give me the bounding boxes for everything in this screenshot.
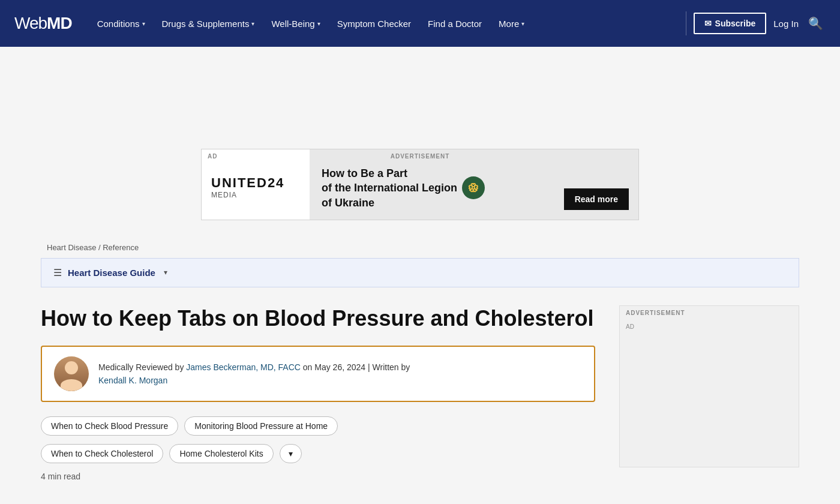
nav-more[interactable]: More ▾	[490, 0, 533, 47]
nav-find-doctor-label: Find a Doctor	[428, 19, 482, 29]
logo-md: MD	[47, 14, 72, 32]
ad-body-text: How to Be a Partof the International Leg…	[310, 149, 554, 220]
read-time: 4 min read	[41, 472, 595, 481]
nav-drugs[interactable]: Drugs & Supplements ▾	[154, 0, 263, 47]
nav-conditions[interactable]: Conditions ▾	[89, 0, 154, 47]
advertisement-label: ADVERTISEMENT	[391, 153, 450, 160]
content-area: AD ADVERTISEMENT UNITED24 MEDIA How to B…	[0, 47, 840, 481]
tag-home-kits[interactable]: Home Cholesterol Kits	[169, 444, 273, 463]
nav-symptom-checker-label: Symptom Checker	[337, 19, 411, 29]
tags-row-1: When to Check Blood Pressure Monitoring …	[41, 416, 595, 436]
ad-logo-line1: UNITED24	[211, 176, 284, 190]
guide-bar-icon: ☰	[53, 267, 62, 278]
ad-body-content: How to Be a Partof the International Leg…	[322, 166, 457, 210]
nav-divider	[686, 11, 686, 35]
ad-label: AD	[208, 153, 217, 160]
search-button[interactable]: 🔍	[806, 14, 826, 33]
article-column: How to Keep Tabs on Blood Pressure and C…	[41, 305, 595, 481]
breadcrumb-separator: /	[96, 243, 103, 252]
breadcrumb: Heart Disease / Reference	[0, 232, 840, 258]
breadcrumb-heart-disease[interactable]: Heart Disease	[47, 243, 96, 252]
subscribe-label: Subscribe	[715, 19, 756, 28]
ad-banner-wrap: AD ADVERTISEMENT UNITED24 MEDIA How to B…	[0, 143, 840, 232]
nav-more-label: More	[499, 19, 519, 29]
author-link[interactable]: Kendall K. Morgan	[98, 376, 167, 385]
nav-wellbeing-label: Well-Being	[271, 19, 314, 29]
avatar-image	[54, 356, 89, 391]
nav-symptom-checker[interactable]: Symptom Checker	[329, 0, 419, 47]
logo-web: Web	[14, 14, 47, 32]
sidebar-ad: ADVERTISEMENT AD	[619, 305, 799, 467]
ad-cta-area: Read more	[554, 149, 638, 220]
tag-monitoring[interactable]: Monitoring Blood Pressure at Home	[184, 416, 338, 436]
medical-review-prefix: Medically Reviewed by	[98, 362, 186, 372]
tags-row-2: When to Check Cholesterol Home Cholester…	[41, 444, 595, 463]
guide-bar-label: Heart Disease Guide	[68, 268, 155, 278]
sidebar-column: ADVERTISEMENT AD	[619, 305, 799, 481]
drugs-chevron-icon: ▾	[251, 20, 254, 27]
nav-items: Conditions ▾ Drugs & Supplements ▾ Well-…	[89, 0, 679, 47]
nav-wellbeing[interactable]: Well-Being ▾	[263, 0, 328, 47]
ad-icon: 🏵	[462, 176, 485, 199]
subscribe-button[interactable]: ✉ Subscribe	[694, 13, 767, 34]
tag-blood-pressure[interactable]: When to Check Blood Pressure	[41, 416, 178, 436]
guide-bar[interactable]: ☰ Heart Disease Guide ▾	[41, 258, 799, 287]
conditions-chevron-icon: ▾	[142, 20, 145, 27]
review-date: on May 26, 2024	[301, 362, 365, 372]
article-title: How to Keep Tabs on Blood Pressure and C…	[41, 305, 595, 331]
breadcrumb-reference[interactable]: Reference	[103, 243, 139, 252]
wellbeing-chevron-icon: ▾	[317, 20, 320, 27]
reviewer-link[interactable]: James Beckerman, MD, FACC	[186, 362, 301, 372]
search-icon: 🔍	[808, 17, 823, 30]
envelope-icon: ✉	[704, 19, 712, 28]
login-label: Log In	[773, 19, 799, 29]
ad-logo-line2: MEDIA	[211, 191, 237, 199]
sidebar-ad-label-content: AD	[620, 320, 799, 334]
tag-more-chevron-icon: ▾	[289, 449, 293, 458]
nav-find-doctor[interactable]: Find a Doctor	[419, 0, 490, 47]
avatar	[54, 356, 89, 391]
nav-actions: ✉ Subscribe Log In 🔍	[694, 13, 826, 34]
written-by-prefix: | Written by	[365, 362, 410, 372]
site-logo[interactable]: WebMD	[14, 14, 72, 33]
read-more-button[interactable]: Read more	[564, 188, 629, 210]
login-button[interactable]: Log In	[773, 19, 799, 29]
ad-top-space	[0, 47, 840, 143]
ad-logo-area: UNITED24 MEDIA	[202, 149, 310, 220]
author-box: Medically Reviewed by James Beckerman, M…	[41, 346, 595, 402]
tag-more-button[interactable]: ▾	[280, 444, 302, 463]
ad-banner: AD ADVERTISEMENT UNITED24 MEDIA How to B…	[201, 149, 639, 220]
nav-conditions-label: Conditions	[97, 19, 140, 29]
sidebar-advertisement-label: ADVERTISEMENT	[620, 306, 799, 320]
guide-bar-chevron-icon: ▾	[164, 268, 167, 277]
author-info: Medically Reviewed by James Beckerman, M…	[98, 361, 410, 388]
main-layout: How to Keep Tabs on Blood Pressure and C…	[41, 287, 799, 481]
more-chevron-icon: ▾	[521, 20, 524, 27]
tag-cholesterol[interactable]: When to Check Cholesterol	[41, 444, 163, 463]
nav-drugs-label: Drugs & Supplements	[162, 19, 250, 29]
navbar: WebMD Conditions ▾ Drugs & Supplements ▾…	[0, 0, 840, 47]
